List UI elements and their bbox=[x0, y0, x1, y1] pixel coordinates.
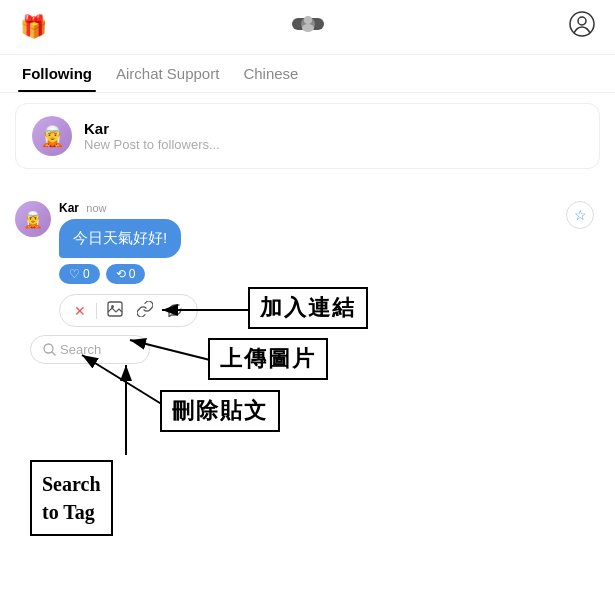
star-button[interactable]: ☆ bbox=[566, 201, 594, 229]
heart-icon: ♡ bbox=[69, 267, 80, 281]
profile-icon[interactable] bbox=[569, 11, 595, 43]
retweet-count: 0 bbox=[129, 267, 136, 281]
bubble-container: Kar now 今日天氣好好! ♡ 0 ⟲ 0 bbox=[59, 201, 181, 290]
svg-point-3 bbox=[302, 24, 314, 32]
chat-section: 🧝 Kar now 今日天氣好好! ♡ 0 ⟲ 0 ☆ ✕ bbox=[0, 191, 615, 382]
anno-delete-post: 刪除貼文 bbox=[160, 390, 280, 432]
feed: 🧝 Kar New Post to followers... bbox=[0, 93, 615, 191]
post-subtitle: New Post to followers... bbox=[84, 137, 220, 152]
search-to-tag-box: Searchto Tag bbox=[30, 460, 113, 536]
search-placeholder: Search bbox=[60, 342, 101, 357]
retweet-reaction-btn[interactable]: ⟲ 0 bbox=[106, 264, 146, 284]
heart-count: 0 bbox=[83, 267, 90, 281]
chat-bubble: 今日天氣好好! bbox=[59, 219, 181, 258]
tab-chinese[interactable]: Chinese bbox=[231, 55, 310, 92]
post-info: Kar New Post to followers... bbox=[84, 120, 220, 152]
center-icon bbox=[288, 10, 328, 44]
chat-username: Kar bbox=[59, 201, 79, 215]
chat-time: now bbox=[86, 202, 106, 214]
reaction-row: ♡ 0 ⟲ 0 bbox=[59, 264, 181, 284]
close-button[interactable]: ✕ bbox=[70, 301, 90, 321]
post-username: Kar bbox=[84, 120, 220, 137]
chat-row: 🧝 Kar now 今日天氣好好! ♡ 0 ⟲ 0 ☆ bbox=[15, 201, 600, 290]
svg-point-2 bbox=[304, 16, 312, 24]
gift-icon[interactable]: 🎁 bbox=[20, 14, 47, 40]
edit-toolbar: ✕ bbox=[59, 294, 198, 327]
svg-point-5 bbox=[578, 17, 586, 25]
tab-following[interactable]: Following bbox=[10, 55, 104, 92]
link-button[interactable] bbox=[133, 299, 157, 322]
top-bar: 🎁 bbox=[0, 0, 615, 55]
tab-airchat-support[interactable]: Airchat Support bbox=[104, 55, 231, 92]
image-button[interactable] bbox=[103, 299, 127, 322]
svg-point-7 bbox=[111, 305, 114, 308]
reply-button[interactable] bbox=[163, 299, 187, 322]
avatar: 🧝 bbox=[32, 116, 72, 156]
svg-line-9 bbox=[52, 352, 55, 355]
chat-avatar: 🧝 bbox=[15, 201, 51, 237]
bubble-header: Kar now bbox=[59, 201, 181, 215]
post-card[interactable]: 🧝 Kar New Post to followers... bbox=[15, 103, 600, 169]
tab-bar: Following Airchat Support Chinese bbox=[0, 55, 615, 93]
divider-1 bbox=[96, 303, 97, 319]
search-bar[interactable]: Search bbox=[30, 335, 150, 364]
heart-reaction-btn[interactable]: ♡ 0 bbox=[59, 264, 100, 284]
retweet-icon: ⟲ bbox=[116, 267, 126, 281]
svg-rect-6 bbox=[108, 302, 122, 316]
search-to-tag-label: Searchto Tag bbox=[42, 473, 101, 523]
